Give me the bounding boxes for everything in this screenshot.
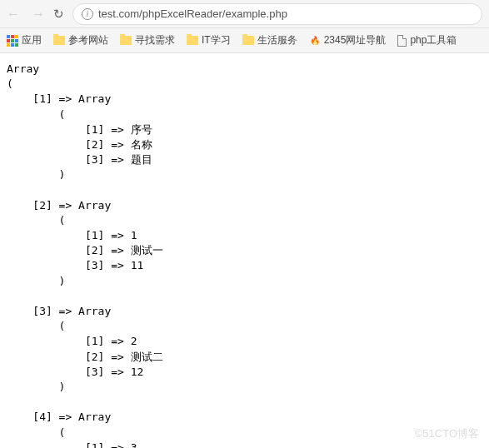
bookmark-item[interactable]: 参考网站 — [53, 33, 108, 47]
forward-button[interactable]: → — [32, 7, 45, 22]
back-button[interactable]: ← — [7, 7, 20, 22]
bookmark-label: 参考网站 — [68, 33, 108, 47]
bookmark-item[interactable]: php工具箱 — [397, 33, 457, 47]
url-text: test.com/phpExcelReader/example.php — [98, 7, 287, 20]
site-icon: 🔥 — [309, 35, 321, 47]
bookmark-item[interactable]: 🔥2345网址导航 — [309, 33, 387, 47]
nav-arrows: ← → — [7, 7, 45, 22]
bookmark-label: IT学习 — [202, 33, 231, 47]
apps-icon — [7, 35, 18, 47]
bookmark-label: 2345网址导航 — [324, 33, 387, 47]
folder-icon — [187, 36, 198, 45]
bookmark-label: 寻找需求 — [135, 33, 175, 47]
bookmarks-bar: 应用 参考网站寻找需求IT学习生活服务🔥2345网址导航php工具箱 — [0, 28, 489, 53]
bookmark-item[interactable]: 寻找需求 — [120, 33, 175, 47]
reload-button[interactable]: ↻ — [53, 7, 64, 22]
address-bar[interactable]: i test.com/phpExcelReader/example.php — [72, 3, 482, 25]
bookmark-item[interactable]: IT学习 — [187, 33, 231, 47]
watermark: ©51CTO博客 — [415, 426, 479, 441]
folder-icon — [53, 36, 65, 45]
apps-button[interactable]: 应用 — [7, 33, 42, 47]
folder-icon — [120, 36, 132, 45]
info-icon[interactable]: i — [82, 8, 93, 20]
apps-label: 应用 — [22, 33, 42, 47]
folder-icon — [242, 36, 254, 45]
browser-toolbar: ← → ↻ i test.com/phpExcelReader/example.… — [0, 0, 489, 28]
page-content: Array ( [1] => Array ( [1] => 序号 [2] => … — [0, 53, 489, 448]
bookmark-label: 生活服务 — [257, 33, 297, 47]
bookmark-item[interactable]: 生活服务 — [242, 33, 297, 47]
bookmark-label: php工具箱 — [410, 33, 457, 47]
doc-icon — [397, 35, 407, 47]
